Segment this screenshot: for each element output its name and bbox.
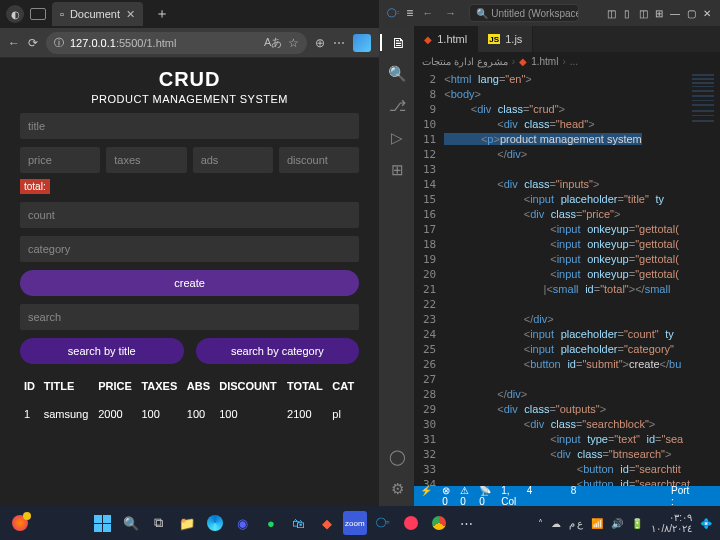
- page-content: CRUD PRODUCT MANAGEMENT SYSTEM total: cr…: [0, 58, 379, 506]
- ads-input[interactable]: [193, 147, 273, 173]
- status-radio[interactable]: 📡 0: [479, 485, 491, 507]
- tray-wifi-icon[interactable]: 📶: [591, 518, 603, 529]
- back-icon[interactable]: ←: [8, 36, 20, 50]
- new-tab-button[interactable]: ＋: [149, 5, 175, 23]
- layout-right-icon[interactable]: ◫: [636, 6, 650, 20]
- refresh-icon[interactable]: ⟳: [28, 36, 38, 50]
- tab-html[interactable]: ◆1.html: [414, 26, 478, 52]
- tray-copilot-icon[interactable]: 💠: [700, 518, 712, 529]
- nav-forward-icon[interactable]: →: [442, 7, 459, 19]
- td: 100: [215, 398, 283, 430]
- account-icon[interactable]: ◯: [389, 448, 406, 466]
- explorer-app-icon[interactable]: 📁: [175, 511, 199, 535]
- run-debug-icon[interactable]: ▷: [391, 129, 403, 147]
- breadcrumb[interactable]: مشروع ادارة منتجات›◆1.html›...: [414, 52, 720, 70]
- th-cat: CAT: [328, 374, 359, 398]
- menu-icon[interactable]: ⋯: [333, 36, 345, 50]
- app-icon[interactable]: [399, 511, 423, 535]
- tray-volume-icon[interactable]: 🔊: [611, 518, 623, 529]
- search-category-button[interactable]: search by category: [196, 338, 360, 364]
- app-icon[interactable]: zoom: [343, 511, 367, 535]
- close-icon[interactable]: ✕: [700, 6, 714, 20]
- title-input[interactable]: [20, 113, 359, 139]
- vscode-logo-icon: ⧃: [386, 6, 400, 20]
- close-tab-icon[interactable]: ✕: [126, 8, 135, 21]
- td: 100: [183, 398, 215, 430]
- layout-grid-icon[interactable]: ⊞: [652, 6, 666, 20]
- search-title-button[interactable]: search by title: [20, 338, 184, 364]
- table-header-row: ID TITLE PRICE TAXES ABS DISCOUNT TOTAL …: [20, 374, 359, 398]
- start-button[interactable]: [91, 511, 115, 535]
- th-discount: DISCOUNT: [215, 374, 283, 398]
- page-title: CRUD: [20, 68, 359, 91]
- copilot-side-icon[interactable]: [8, 515, 32, 531]
- tray-cloud-icon[interactable]: ☁: [551, 518, 561, 529]
- product-table: ID TITLE PRICE TAXES ABS DISCOUNT TOTAL …: [20, 374, 359, 430]
- url-text: 127.0.0.1:5500/1.html: [70, 37, 176, 49]
- search-input[interactable]: [20, 304, 359, 330]
- layout-left-icon[interactable]: ◫: [604, 6, 618, 20]
- th-price: PRICE: [94, 374, 137, 398]
- tab-js[interactable]: JS1.js: [478, 26, 533, 52]
- copilot-icon[interactable]: [353, 34, 371, 52]
- create-button[interactable]: create: [20, 270, 359, 296]
- page-subtitle: PRODUCT MANAGEMENT SYSTEM: [20, 93, 359, 105]
- th-total: TOTAL: [283, 374, 328, 398]
- explorer-icon[interactable]: 🗎: [380, 34, 414, 51]
- status-errors[interactable]: ⊗ 0: [442, 485, 450, 507]
- settings-icon[interactable]: ⚙: [391, 480, 404, 498]
- td: 100: [137, 398, 182, 430]
- chrome-app-icon[interactable]: [427, 511, 451, 535]
- nav-back-icon[interactable]: ←: [419, 7, 436, 19]
- discount-input[interactable]: [279, 147, 359, 173]
- overflow-icon[interactable]: ⋯: [455, 511, 479, 535]
- td: pl: [328, 398, 359, 430]
- line-gutter: 2891011121314151617181920212223242526272…: [414, 70, 444, 486]
- td: 2100: [283, 398, 328, 430]
- td: 2000: [94, 398, 137, 430]
- td: samsung: [40, 398, 95, 430]
- app-icon[interactable]: ●: [259, 511, 283, 535]
- task-view-icon[interactable]: ⧉: [147, 511, 171, 535]
- price-input[interactable]: [20, 147, 100, 173]
- command-center[interactable]: 🔍Untitled (Workspace: [469, 4, 579, 22]
- layout-bottom-icon[interactable]: ▯: [620, 6, 634, 20]
- vscode-app-icon[interactable]: ⧃: [371, 511, 395, 535]
- hamburger-icon[interactable]: ≡: [406, 6, 413, 20]
- th-taxes: TAXES: [137, 374, 182, 398]
- taskbar-search-icon[interactable]: 🔍: [119, 511, 143, 535]
- maximize-icon[interactable]: ▢: [684, 6, 698, 20]
- collections-icon[interactable]: ⊕: [315, 36, 325, 50]
- edge-app-icon[interactable]: [203, 511, 227, 535]
- js-icon: JS: [488, 34, 500, 44]
- minimize-icon[interactable]: —: [668, 6, 682, 20]
- tray-clock[interactable]: ٠٣:٠٩١٠/٨/٢٠٢٤: [651, 512, 692, 534]
- tray-chevron-icon[interactable]: ˄: [538, 518, 543, 529]
- tray-battery-icon[interactable]: 🔋: [631, 518, 643, 529]
- status-warnings[interactable]: ⚠ 0: [460, 485, 469, 507]
- taxes-input[interactable]: [106, 147, 186, 173]
- count-input[interactable]: [20, 202, 359, 228]
- reader-icon[interactable]: Aあ: [264, 35, 282, 50]
- extensions-icon[interactable]: ⊞: [391, 161, 404, 179]
- profile-icon[interactable]: ◐: [6, 5, 24, 23]
- address-bar[interactable]: ⓘ 127.0.0.1:5500/1.html Aあ ☆: [46, 32, 307, 54]
- app-icon[interactable]: ◉: [231, 511, 255, 535]
- source-control-icon[interactable]: ⎇: [389, 97, 406, 115]
- app-icon[interactable]: ◆: [315, 511, 339, 535]
- remote-icon[interactable]: ⚡: [420, 485, 432, 507]
- favorite-icon[interactable]: ☆: [288, 36, 299, 50]
- minimap[interactable]: [690, 70, 720, 486]
- page-icon: ▫: [60, 8, 64, 20]
- tabs-icon[interactable]: [30, 8, 46, 20]
- store-app-icon[interactable]: 🛍: [287, 511, 311, 535]
- tray-lang[interactable]: ع م‎: [569, 518, 584, 529]
- th-id: ID: [20, 374, 40, 398]
- category-input[interactable]: [20, 236, 359, 262]
- th-title: TITLE: [40, 374, 95, 398]
- browser-tab[interactable]: ▫ Document ✕: [52, 2, 143, 26]
- code-editor[interactable]: <html lang="en"> <body> <div class="crud…: [444, 70, 690, 486]
- search-icon[interactable]: 🔍: [388, 65, 407, 83]
- site-info-icon[interactable]: ⓘ: [54, 36, 64, 50]
- html-icon: ◆: [424, 34, 432, 45]
